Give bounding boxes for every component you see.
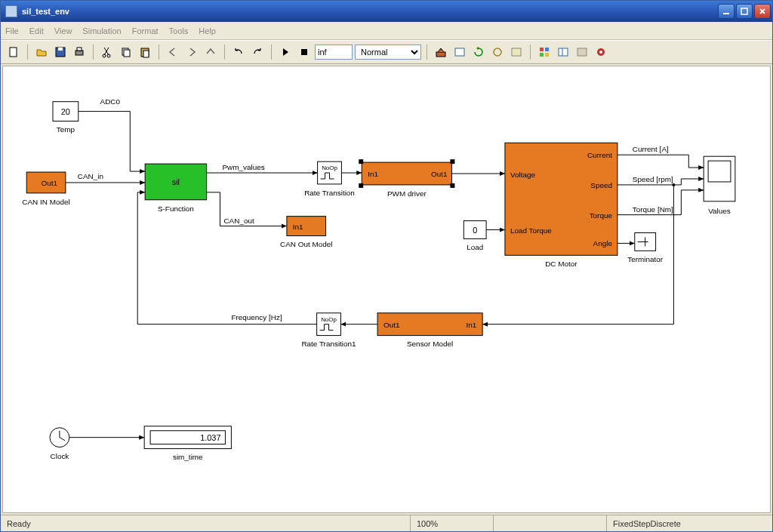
svg-rect-10: [124, 50, 130, 57]
svg-text:NoOp: NoOp: [322, 165, 337, 171]
tools-icon-1[interactable]: [451, 44, 468, 60]
mode-select[interactable]: Normal: [355, 45, 421, 60]
build-icon[interactable]: [433, 44, 449, 60]
svg-rect-21: [545, 53, 549, 57]
tools-icon-4[interactable]: [574, 44, 590, 60]
svg-text:Speed: Speed: [590, 181, 612, 189]
redo-icon[interactable]: [249, 44, 266, 60]
debug-icon[interactable]: [593, 44, 609, 60]
svg-text:Rate Transition: Rate Transition: [304, 189, 355, 197]
status-zoom: 100%: [410, 515, 493, 531]
model-explorer-icon[interactable]: [555, 44, 571, 60]
block-pwm-driver[interactable]: In1 Out1 PWM driver: [359, 159, 454, 198]
menu-edit[interactable]: Edit: [29, 26, 44, 35]
signal-can-in: CAN_in: [78, 172, 103, 180]
block-clock[interactable]: Clock: [50, 428, 69, 461]
svg-text:0: 0: [473, 226, 477, 235]
svg-rect-24: [577, 48, 587, 56]
svg-text:Values: Values: [708, 207, 731, 215]
menu-tools[interactable]: Tools: [169, 26, 189, 35]
block-scope[interactable]: Values: [704, 156, 735, 214]
open-icon[interactable]: [33, 44, 50, 60]
menu-simulation[interactable]: Simulation: [82, 26, 121, 35]
svg-text:Out1: Out1: [431, 170, 448, 178]
svg-text:In1: In1: [368, 170, 378, 178]
svg-rect-45: [359, 183, 363, 188]
svg-rect-17: [512, 48, 521, 56]
svg-rect-15: [455, 48, 464, 56]
svg-text:Load: Load: [467, 243, 483, 251]
menu-format[interactable]: Format: [132, 26, 159, 35]
block-terminator[interactable]: Terminator: [627, 233, 664, 264]
print-icon[interactable]: [71, 44, 88, 60]
svg-text:sil: sil: [172, 177, 180, 186]
statusbar: Ready 100% FixedStepDiscrete: [1, 515, 772, 531]
svg-rect-46: [450, 183, 454, 188]
svg-text:1.037: 1.037: [200, 433, 220, 442]
save-icon[interactable]: [52, 44, 69, 60]
window-title: sil_test_env: [22, 7, 718, 16]
svg-text:Temp: Temp: [57, 125, 75, 134]
model-canvas[interactable]: 20 Temp ADC0 Out1 CAN IN Model CAN_in si…: [2, 66, 771, 513]
svg-text:Current: Current: [587, 151, 612, 159]
library-icon[interactable]: [536, 44, 553, 60]
block-temp[interactable]: 20 Temp: [53, 102, 79, 134]
block-rate-transition-1[interactable]: NoOp Rate Transition1: [301, 313, 356, 349]
block-rate-transition[interactable]: NoOp Rate Transition: [304, 161, 355, 197]
play-icon[interactable]: [277, 44, 294, 60]
svg-rect-44: [450, 159, 454, 164]
svg-text:DC Motor: DC Motor: [545, 260, 577, 268]
svg-rect-20: [540, 53, 544, 57]
new-icon[interactable]: [5, 44, 22, 60]
up-icon[interactable]: [202, 44, 219, 60]
svg-rect-2: [10, 48, 17, 57]
svg-text:sim_time: sim_time: [173, 453, 203, 461]
block-s-function[interactable]: sil S-Function: [145, 164, 206, 213]
back-icon[interactable]: [165, 44, 181, 60]
maximize-button[interactable]: [736, 4, 753, 19]
status-solver: FixedStepDiscrete: [606, 515, 772, 531]
copy-icon[interactable]: [118, 44, 134, 60]
menu-file[interactable]: File: [5, 26, 19, 35]
menu-view[interactable]: View: [54, 26, 72, 35]
tools-icon-3[interactable]: [508, 44, 525, 60]
menu-help[interactable]: Help: [199, 26, 216, 35]
signal-current: Current [A]: [633, 145, 669, 153]
svg-text:CAN IN Model: CAN IN Model: [22, 198, 69, 206]
block-sim-time[interactable]: 1.037 sim_time: [144, 426, 231, 462]
svg-rect-0: [723, 13, 729, 14]
svg-text:Angle: Angle: [593, 239, 613, 248]
tools-icon-2[interactable]: [489, 44, 506, 60]
svg-rect-1: [741, 8, 747, 14]
status-ready: Ready: [1, 515, 410, 531]
refresh-icon[interactable]: [470, 44, 487, 60]
svg-text:In1: In1: [466, 321, 476, 329]
cut-icon[interactable]: [99, 44, 115, 60]
paste-icon[interactable]: [137, 44, 153, 60]
block-load[interactable]: 0 Load: [463, 221, 486, 252]
app-window: sil_test_env File Edit View Simulation F…: [0, 0, 773, 532]
block-sensor-model[interactable]: Out1 In1 Sensor Model: [377, 313, 482, 349]
undo-icon[interactable]: [230, 44, 247, 60]
svg-text:Rate Transition1: Rate Transition1: [301, 340, 356, 348]
signal-pwm-values: Pwm_values: [222, 163, 264, 171]
close-button[interactable]: [754, 4, 771, 19]
block-can-out[interactable]: In1 CAN Out Model: [280, 217, 332, 249]
svg-rect-14: [436, 52, 445, 57]
signal-adc0: ADC0: [100, 97, 121, 106]
svg-rect-22: [559, 48, 568, 56]
titlebar[interactable]: sil_test_env: [1, 1, 772, 22]
block-dc-motor[interactable]: Voltage Load Torque Current Speed Torque…: [505, 143, 617, 268]
stop-time-input[interactable]: [315, 45, 353, 60]
svg-rect-12: [143, 51, 149, 57]
svg-text:Terminator: Terminator: [627, 255, 664, 263]
svg-rect-6: [77, 48, 82, 51]
block-can-in[interactable]: Out1 CAN IN Model: [22, 172, 69, 206]
minimize-button[interactable]: [718, 4, 735, 19]
svg-text:Clock: Clock: [51, 452, 69, 460]
stop-icon[interactable]: [296, 44, 313, 60]
svg-rect-13: [301, 49, 307, 55]
svg-text:20: 20: [61, 107, 70, 116]
forward-icon[interactable]: [183, 44, 200, 60]
svg-rect-19: [545, 48, 549, 51]
